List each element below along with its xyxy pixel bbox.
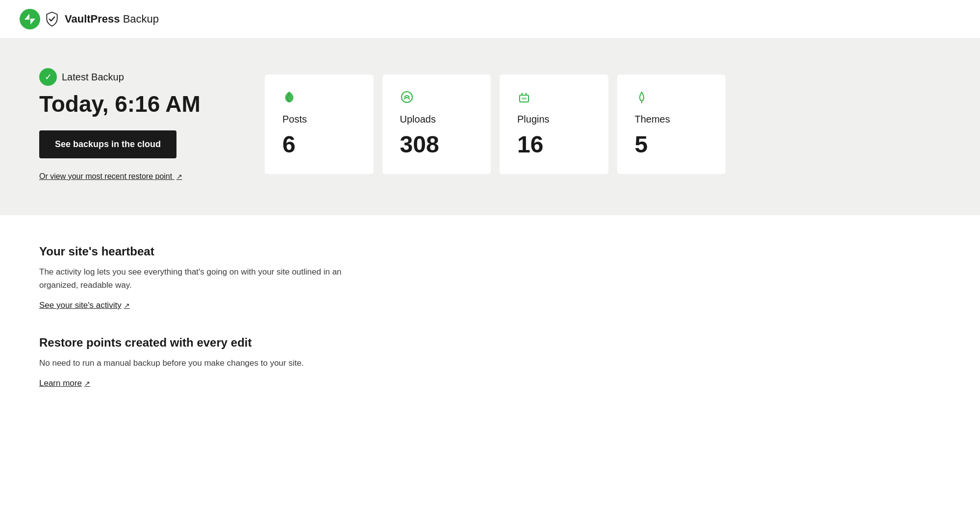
stat-card-themes: Themes 5 [617,75,726,174]
posts-icon [282,90,356,106]
stats-cards: Posts 6 Uploads 308 [265,75,726,174]
plugins-value: 16 [517,133,591,156]
posts-label: Posts [282,114,356,125]
themes-value: 5 [635,133,708,156]
main-content: Your site's heartbeat The activity log l… [0,215,441,444]
restore-point-link[interactable]: Or view your most recent restore point ↗ [39,172,226,181]
uploads-label: Uploads [400,114,474,125]
svg-point-0 [20,9,40,29]
restore-points-description: No need to run a manual backup before yo… [39,356,343,370]
app-logo [20,9,60,29]
latest-backup-text: Latest Backup [62,72,124,83]
stat-card-plugins: Plugins 16 [500,75,608,174]
restore-points-title: Restore points created with every edit [39,336,402,350]
external-link-icon: ↗ [176,173,182,180]
vaultpress-shield-icon [44,11,60,27]
stat-card-uploads: Uploads 308 [382,75,491,174]
heartbeat-description: The activity log lets you see everything… [39,265,343,292]
heartbeat-section: Your site's heartbeat The activity log l… [39,245,402,310]
site-activity-link[interactable]: See your site's activity ↗ [39,301,130,310]
external-link-icon-learn: ↗ [84,379,90,387]
app-header: VaultPress Backup [0,0,980,39]
restore-points-section: Restore points created with every edit N… [39,336,402,388]
themes-label: Themes [635,114,708,125]
learn-more-link[interactable]: Learn more ↗ [39,378,90,388]
external-link-icon-activity: ↗ [124,302,130,309]
backup-check-icon: ✓ [39,68,57,86]
backup-timestamp: Today, 6:16 AM [39,92,226,117]
heartbeat-title: Your site's heartbeat [39,245,402,258]
header-title: VaultPress Backup [65,13,159,25]
plugins-label: Plugins [517,114,591,125]
uploads-icon [400,90,474,106]
posts-value: 6 [282,133,356,156]
plugins-icon [517,90,591,106]
uploads-value: 308 [400,133,474,156]
hero-section: ✓ Latest Backup Today, 6:16 AM See backu… [0,39,980,215]
svg-rect-3 [522,98,527,100]
stat-card-posts: Posts 6 [265,75,374,174]
themes-icon [635,90,708,106]
latest-backup-label: ✓ Latest Backup [39,68,226,86]
see-backups-button[interactable]: See backups in the cloud [39,130,176,158]
jetpack-icon [20,9,40,29]
backup-info: ✓ Latest Backup Today, 6:16 AM See backu… [39,68,226,181]
